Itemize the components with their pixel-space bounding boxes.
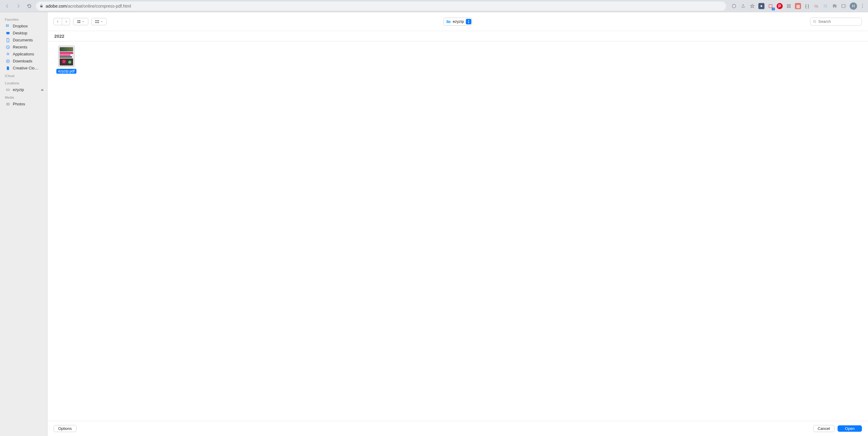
- svg-rect-5: [7, 34, 8, 34]
- extensions-puzzle-icon[interactable]: [832, 3, 838, 9]
- file-icon: [5, 66, 10, 70]
- cancel-button[interactable]: Cancel: [813, 425, 835, 432]
- browser-toolbar: adobe.com/acrobat/online/compress-pdf.ht…: [0, 0, 868, 12]
- svg-rect-4: [6, 32, 10, 34]
- chevron-down-icon: [100, 21, 103, 23]
- dialog-toolbar: ezyzip ▲▼: [48, 12, 868, 31]
- dialog-footer: Options Cancel Open: [48, 421, 868, 436]
- drive-icon: [5, 88, 10, 92]
- sidebar-section-favorites: Favorites: [0, 15, 47, 23]
- share-icon[interactable]: [740, 3, 746, 9]
- file-grid[interactable]: ezyzip.pdf: [48, 41, 868, 421]
- main-panel: ezyzip ▲▼ 2022: [48, 12, 868, 436]
- extension-icon-5[interactable]: {·}: [804, 3, 810, 9]
- eject-icon[interactable]: ⏏: [41, 88, 43, 91]
- view-mode-toggle[interactable]: [73, 18, 88, 25]
- profile-avatar[interactable]: H: [850, 2, 857, 10]
- sidebar-item-ezyzip[interactable]: ezyzip ⏏: [0, 86, 47, 93]
- sidebar-item-label: ezyzip: [13, 87, 24, 92]
- folder-icon: [446, 20, 451, 24]
- sidebar-section-locations: Locations: [0, 79, 47, 86]
- group-mode-toggle[interactable]: [91, 18, 106, 25]
- bookmark-star-icon[interactable]: [749, 3, 755, 9]
- sidebar-item-label: Desktop: [13, 31, 27, 35]
- chevron-down-icon: [82, 21, 84, 23]
- pinterest-icon[interactable]: P: [777, 3, 783, 9]
- sidebar-section-media: Media: [0, 93, 47, 100]
- search-field[interactable]: [810, 18, 862, 26]
- file-name-label: ezyzip.pdf: [56, 69, 76, 74]
- url-text: adobe.com/acrobat/online/compress-pdf.ht…: [46, 4, 722, 8]
- sidebar-item-label: Downloads: [13, 59, 32, 63]
- file-open-dialog: Favorites Dropbox Desktop Documents Rece…: [0, 12, 868, 436]
- extension-icon-3[interactable]: [786, 3, 792, 9]
- svg-rect-12: [79, 20, 81, 21]
- extension-icon-1[interactable]: ✦: [758, 3, 765, 9]
- desktop-icon: [5, 31, 10, 35]
- svg-rect-8: [6, 89, 10, 90]
- sidepanel-icon[interactable]: [841, 3, 847, 9]
- sidebar-item-label: Photos: [13, 102, 25, 106]
- svg-rect-3: [844, 4, 845, 8]
- sidebar-section-icloud: iCloud: [0, 71, 47, 79]
- browser-back-button[interactable]: [3, 2, 11, 10]
- sidebar: Favorites Dropbox Desktop Documents Rece…: [0, 12, 48, 436]
- svg-point-10: [7, 103, 8, 105]
- sidebar-item-desktop[interactable]: Desktop: [0, 30, 47, 36]
- extension-icon-4[interactable]: ▦: [795, 3, 801, 9]
- svg-rect-18: [95, 22, 96, 23]
- sidebar-item-downloads[interactable]: Downloads: [0, 58, 47, 65]
- options-button[interactable]: Options: [54, 425, 76, 432]
- sidebar-item-label: Creative Clo…: [13, 66, 39, 70]
- svg-point-21: [813, 20, 816, 22]
- documents-icon: [5, 38, 10, 42]
- group-icon: [95, 20, 99, 24]
- address-bar[interactable]: adobe.com/acrobat/online/compress-pdf.ht…: [36, 2, 726, 11]
- sidebar-item-recents[interactable]: Recents: [0, 43, 47, 51]
- sidebar-item-photos[interactable]: Photos: [0, 100, 47, 107]
- browser-forward-button[interactable]: [14, 2, 23, 10]
- sidebar-item-label: Applications: [13, 52, 34, 56]
- photos-icon: [5, 102, 10, 106]
- grid-icon: [77, 20, 81, 24]
- path-selector[interactable]: ezyzip ▲▼: [443, 18, 472, 26]
- svg-rect-9: [6, 103, 9, 105]
- sidebar-item-dropbox[interactable]: Dropbox: [0, 23, 47, 30]
- svg-rect-11: [78, 20, 79, 21]
- extension-icon-7[interactable]: hl: [822, 3, 828, 9]
- svg-rect-17: [98, 20, 99, 21]
- svg-rect-14: [79, 22, 81, 23]
- browser-menu-icon[interactable]: ⋮: [860, 3, 865, 9]
- search-input[interactable]: [818, 19, 868, 24]
- google-icon[interactable]: [731, 3, 737, 9]
- dropbox-icon: [5, 24, 10, 28]
- extension-icon-2[interactable]: 1: [768, 3, 774, 9]
- recents-icon: [5, 45, 10, 49]
- svg-rect-19: [97, 22, 98, 23]
- downloads-icon: [5, 59, 10, 63]
- svg-rect-15: [95, 20, 96, 21]
- file-item-ezyzip[interactable]: ezyzip.pdf: [54, 46, 79, 74]
- sidebar-item-applications[interactable]: Applications: [0, 51, 47, 58]
- nav-forward-button[interactable]: [62, 18, 70, 25]
- nav-back-button[interactable]: [54, 18, 62, 25]
- lock-icon: [40, 4, 43, 8]
- file-thumbnail: [58, 46, 74, 67]
- svg-point-0: [732, 4, 736, 8]
- svg-rect-20: [98, 22, 99, 23]
- extensions-area: ✦ 1 P ▦ {·} 🛍 hl H ⋮: [731, 2, 865, 10]
- sidebar-item-creative-cloud[interactable]: Creative Clo…: [0, 65, 47, 71]
- applications-icon: [5, 52, 10, 56]
- sidebar-item-label: Recents: [13, 45, 27, 49]
- sidebar-item-label: Dropbox: [13, 24, 28, 28]
- svg-rect-13: [78, 22, 79, 23]
- extension-icon-6[interactable]: 🛍: [813, 3, 819, 9]
- browser-reload-button[interactable]: [25, 2, 33, 10]
- svg-rect-16: [97, 20, 98, 21]
- sidebar-item-label: Documents: [13, 38, 33, 42]
- open-button[interactable]: Open: [838, 425, 862, 432]
- svg-rect-1: [769, 4, 772, 8]
- search-icon: [813, 20, 816, 24]
- sidebar-item-documents[interactable]: Documents: [0, 36, 47, 43]
- group-header: 2022: [48, 31, 868, 41]
